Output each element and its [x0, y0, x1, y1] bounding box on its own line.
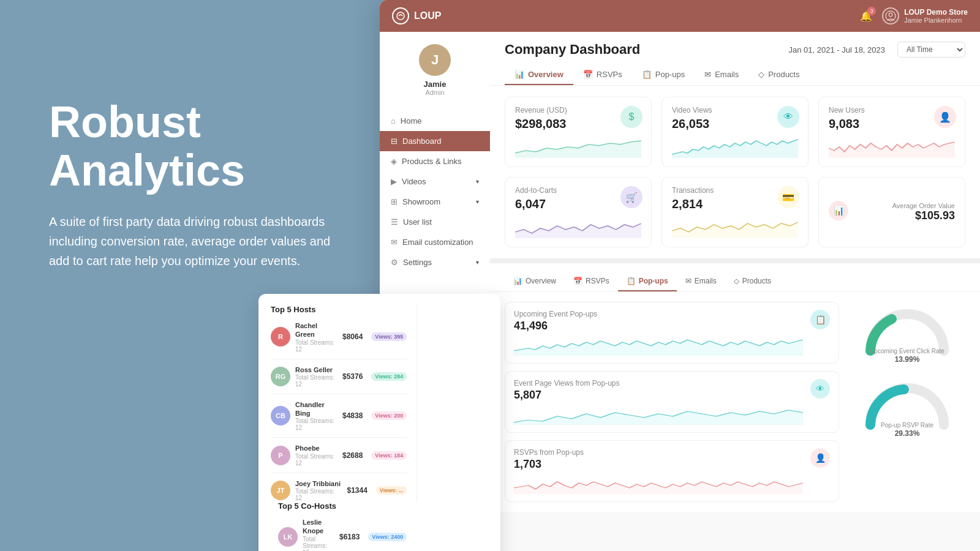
upcoming-content: Upcoming Event Pop-ups 41,496	[514, 310, 803, 356]
tab-emails[interactable]: ✉ Emails	[695, 65, 748, 85]
popups-tab-label: Pop-ups	[655, 70, 685, 79]
pageviews-sparkline	[514, 405, 803, 425]
settings-icon: ⚙	[391, 258, 398, 267]
host-name-1: Rachel Green	[295, 321, 337, 339]
cohost-avatar-1: LK	[278, 527, 298, 547]
date-range: Jan 01, 2021 - Jul 18, 2023	[788, 45, 885, 54]
host-avatar-2: RG	[271, 367, 290, 386]
ptab-products-icon: ◇	[734, 277, 739, 285]
host-amount-5: $1344	[347, 486, 367, 495]
cohost-amount-1: $6183	[339, 533, 360, 541]
pageviews-label: Event Page Views from Pop-ups	[514, 379, 803, 388]
metrics-section: Revenue (USD) $298,083 $ Video Views	[490, 86, 980, 258]
transactions-icon: 💳	[777, 186, 799, 208]
host-badge-1: Views: 395	[371, 332, 407, 341]
date-filter-area: Jan 01, 2021 - Jul 18, 2023 All Time Las…	[788, 42, 965, 58]
host-badge-5: Views: ...	[376, 486, 407, 495]
sidebar-item-email-label: Email customization	[402, 238, 473, 247]
time-filter-select[interactable]: All Time Last 30 days Last 7 days	[897, 42, 965, 58]
metric-transactions: Transactions 2,814 💳	[662, 177, 809, 247]
products-tab-label: Products	[768, 70, 799, 79]
host-name-3: Chandler Bing	[295, 400, 337, 418]
popups-section: 📊 Overview 📅 RSVPs 📋 Pop-ups ✉	[490, 263, 980, 512]
aov-right: Average Order Value $105.93	[892, 202, 955, 222]
addtocarts-icon: 🛒	[620, 186, 643, 208]
dash-header: Company Dashboard Jan 01, 2021 - Jul 18,…	[490, 32, 980, 86]
sidebar-item-showroom[interactable]: ⊞ Showroom ▾	[380, 192, 490, 212]
dashboard-icon: ⊟	[391, 137, 398, 146]
sidebar-item-email[interactable]: ✉ Email customization	[380, 232, 490, 252]
svg-point-2	[889, 13, 892, 17]
transactions-sparkline	[672, 216, 798, 238]
metrics-grid-bottom: Add-to-Carts 6,047 🛒 Transactions	[505, 177, 965, 258]
upcoming-popups-icon: 📋	[810, 310, 830, 329]
sidebar-item-videos[interactable]: ▶ Videos ▾	[380, 171, 490, 192]
host-badge-3: Views: 200	[371, 411, 407, 420]
upcoming-value: 41,496	[514, 320, 803, 332]
sidebar-item-settings-label: Settings	[403, 258, 432, 267]
addtocarts-sparkline	[515, 216, 641, 238]
ptab-emails-icon: ✉	[685, 277, 692, 285]
store-name: LOUP Demo Store	[904, 8, 968, 17]
avatar: J	[419, 44, 451, 76]
tab-products[interactable]: ◇ Products	[748, 65, 809, 85]
host-row-5: JT Joey Tribbiani Total Streams: 12 $134…	[271, 479, 407, 501]
metric-addtocarts: Add-to-Carts 6,047 🛒	[505, 177, 652, 247]
ptab-rsvps[interactable]: 📅 RSVPs	[565, 272, 618, 291]
tab-popups[interactable]: 📋 Pop-ups	[632, 65, 695, 85]
sidebar-item-dashboard[interactable]: ⊟ Dashboard	[380, 131, 490, 151]
popups-header: 📊 Overview 📅 RSVPs 📋 Pop-ups ✉	[490, 263, 980, 292]
sidebar-item-settings[interactable]: ⚙ Settings ▾	[380, 252, 490, 272]
hosts-card: Top 5 Hosts R Rachel Green Total Streams…	[258, 294, 500, 551]
ptab-overview[interactable]: 📊 Overview	[505, 272, 565, 291]
logo-symbol	[392, 7, 409, 24]
main-content: Company Dashboard Jan 01, 2021 - Jul 18,…	[490, 32, 980, 551]
showroom-icon: ⊞	[391, 197, 398, 206]
rsvp-rate-gauge: Pop-up RSVP Rate 29.33%	[858, 376, 956, 438]
svg-point-1	[886, 11, 895, 21]
sidebar-item-userlist-label: User list	[403, 217, 432, 227]
avatar-name: Jamie	[424, 80, 447, 89]
sidebar-item-home[interactable]: ⌂ Home	[380, 111, 490, 131]
rsvps-tab-label: RSVPs	[597, 70, 622, 79]
upcoming-label: Upcoming Event Pop-ups	[514, 310, 803, 318]
ptab-rsvps-label: RSVPs	[586, 277, 609, 285]
popups-metrics-left: Upcoming Event Pop-ups 41,496 📋	[505, 302, 839, 502]
ptab-emails-label: Emails	[695, 277, 717, 285]
showroom-arrow: ▾	[476, 198, 479, 205]
host-streams-3: Total Streams: 12	[295, 418, 337, 431]
sidebar-item-userlist[interactable]: ☰ User list	[380, 212, 490, 232]
metric-rsvps-popups: RSVPs from Pop-ups 1,703 👤	[505, 440, 839, 502]
metrics-grid-top: Revenue (USD) $298,083 $ Video Views	[505, 97, 965, 167]
headline: Robust Analytics	[49, 98, 343, 195]
ptab-emails[interactable]: ✉ Emails	[677, 272, 725, 291]
notification-icon[interactable]: 🔔 3	[860, 10, 872, 22]
overview-tab-label: Overview	[528, 70, 564, 79]
pageviews-icon: 👁	[810, 379, 830, 399]
host-avatar-1: R	[271, 327, 290, 347]
top5-cohosts-title: Top 5 Co-Hosts	[278, 501, 407, 511]
col-divider	[417, 305, 417, 501]
tab-rsvps[interactable]: 📅 RSVPs	[573, 65, 632, 85]
logo[interactable]: LOUP	[392, 7, 441, 24]
ptab-popups[interactable]: 📋 Pop-ups	[618, 272, 677, 291]
host-amount-1: $8064	[342, 332, 363, 341]
overview-tabs: 📊 Overview 📅 RSVPs 📋 Pop-ups ✉ Emails	[505, 65, 965, 85]
ptab-products[interactable]: ◇ Products	[725, 272, 780, 291]
popups-tab-icon: 📋	[642, 70, 652, 79]
host-streams-1: Total Streams: 12	[295, 339, 337, 353]
host-name-4: Phoebe	[295, 444, 337, 452]
tab-overview[interactable]: 📊 Overview	[505, 65, 573, 85]
aov-left: 📊	[829, 201, 848, 224]
videoviews-icon: 👁	[777, 106, 799, 128]
overview-tab-icon: 📊	[514, 70, 524, 79]
host-name-5: Joey Tribbiani	[295, 479, 342, 488]
host-row-2: RG Ross Geller Total Streams: 12 $5376 V…	[271, 365, 407, 394]
host-amount-3: $4838	[342, 411, 363, 420]
dashboard-title: Company Dashboard	[505, 42, 640, 58]
rsvps-sparkline	[514, 474, 803, 494]
settings-arrow: ▾	[476, 259, 479, 266]
sidebar-item-products[interactable]: ◈ Products & Links	[380, 151, 490, 171]
cohost-info-1: Leslie Knope Total Streams: 12	[303, 518, 334, 551]
logo-text: LOUP	[414, 10, 441, 21]
